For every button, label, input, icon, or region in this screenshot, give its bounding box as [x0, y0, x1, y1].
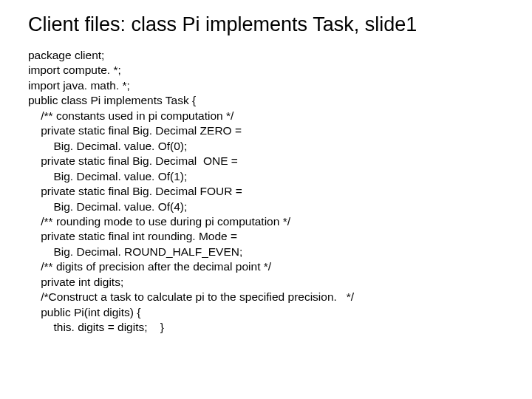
code-line: public class Pi implements Task {: [28, 93, 510, 108]
code-line: private int digits;: [28, 275, 510, 290]
code-line: /*Construct a task to calculate pi to th…: [28, 290, 510, 304]
code-block: package client;import compute. *;import …: [28, 48, 510, 335]
code-line: private static final Big. Decimal FOUR =: [28, 184, 510, 199]
code-line: import java. math. *;: [28, 78, 510, 93]
code-line: Big. Decimal. value. Of(0);: [28, 139, 510, 154]
code-line: /** constants used in pi computation */: [28, 109, 510, 123]
code-line: /** rounding mode to use during pi compu…: [28, 214, 510, 229]
code-line: this. digits = digits; }: [28, 320, 510, 335]
slide: Client files: class Pi implements Task, …: [0, 0, 532, 343]
code-line: Big. Decimal. ROUND_HALF_EVEN;: [28, 245, 510, 259]
code-line: public Pi(int digits) {: [28, 305, 510, 320]
code-line: private static final Big. Decimal ZERO =: [28, 123, 510, 138]
code-line: private static final Big. Decimal ONE =: [28, 154, 510, 168]
code-line: private static final int rounding. Mode …: [28, 229, 510, 244]
slide-title: Client files: class Pi implements Task, …: [28, 13, 510, 36]
code-line: /** digits of precision after the decima…: [28, 259, 510, 274]
code-line: import compute. *;: [28, 63, 510, 78]
code-line: Big. Decimal. value. Of(4);: [28, 200, 510, 214]
code-line: package client;: [28, 48, 510, 63]
code-line: Big. Decimal. value. Of(1);: [28, 169, 510, 184]
